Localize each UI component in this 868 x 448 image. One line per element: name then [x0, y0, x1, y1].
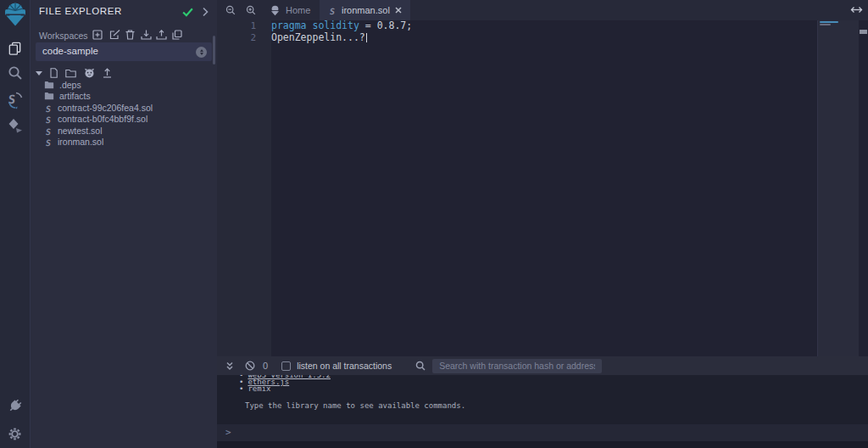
- close-tab-icon[interactable]: [395, 7, 402, 14]
- tab-home[interactable]: Home: [261, 0, 319, 20]
- github-icon[interactable]: [84, 68, 95, 78]
- collapse-caret-icon[interactable]: [36, 71, 42, 76]
- library-list: web3 version 1.5.2 ethers.js remix: [217, 375, 868, 392]
- remix-logo-icon[interactable]: [0, 2, 30, 27]
- solidity-compiler-icon[interactable]: S: [0, 89, 30, 111]
- file-explorer-icon[interactable]: [0, 37, 30, 58]
- file-name: artifacts: [59, 91, 91, 101]
- remix-home-icon: [270, 5, 281, 16]
- editor-tabbar: Home ironman.sol: [217, 0, 868, 20]
- tree-item-file[interactable]: contract-b0fc4bbf9f.sol: [31, 114, 217, 126]
- file-name: ironman.sol: [58, 137, 103, 147]
- tree-item-file[interactable]: newtest.sol: [31, 125, 217, 137]
- code-line-1: pragma solidity = 0.8.7;: [271, 20, 817, 32]
- svg-text:S: S: [8, 92, 16, 106]
- file-name: contract-99c206fea4.sol: [58, 103, 153, 113]
- transaction-count: 0: [263, 361, 268, 371]
- solidity-file-icon: [328, 3, 337, 18]
- zoom-out-icon[interactable]: [225, 5, 236, 15]
- rename-workspace-icon[interactable]: [109, 30, 120, 40]
- collapse-terminal-icon[interactable]: [225, 361, 234, 371]
- listen-checkbox[interactable]: [281, 361, 291, 371]
- file-name: .deps: [59, 80, 81, 90]
- create-workspace-icon[interactable]: [92, 30, 103, 40]
- file-name: newtest.sol: [58, 126, 103, 136]
- file-tree: .deps artifacts contract-99c206fea4.sol …: [31, 79, 217, 148]
- remix-logo: [3, 2, 28, 27]
- panel-scrollbar-thumb[interactable]: [213, 36, 215, 64]
- terminal-panel: 0 listen on all transactions web3 versio…: [217, 356, 868, 448]
- workspace-name: code-sample: [42, 46, 98, 56]
- restore-workspaces-icon[interactable]: [156, 30, 167, 40]
- terminal-prompt[interactable]: >: [217, 424, 868, 441]
- remix-ide-window: S: [0, 0, 868, 448]
- list-item[interactable]: ethers.js: [217, 378, 868, 385]
- panel-title: FILE EXPLORER: [39, 6, 122, 16]
- zoom-in-icon[interactable]: [246, 5, 256, 15]
- editor-scrollbar[interactable]: [859, 20, 868, 356]
- expand-panel-icon[interactable]: [849, 5, 864, 14]
- workspace-dropdown-icon[interactable]: [196, 47, 207, 58]
- code-area[interactable]: pragma solidity = 0.8.7; OpenZeppelin...…: [271, 20, 817, 356]
- minimap[interactable]: [817, 20, 859, 356]
- tab-ironman-sol[interactable]: ironman.sol: [320, 0, 410, 20]
- publish-icon[interactable]: [103, 68, 112, 78]
- file-explorer-panel: FILE EXPLORER Workspaces: [31, 0, 217, 448]
- workspaces-label: Workspaces: [39, 31, 88, 41]
- line-number: 1: [217, 20, 271, 32]
- list-item: remix: [217, 385, 868, 392]
- tree-toolbar: [36, 67, 112, 79]
- plugin-manager-icon[interactable]: [0, 395, 30, 416]
- clear-transactions-icon[interactable]: [245, 361, 255, 371]
- text-cursor: [366, 33, 368, 42]
- clone-repo-icon[interactable]: [172, 30, 182, 40]
- minimap-code-mark: [820, 24, 831, 25]
- terminal-bottom-strip: [217, 441, 868, 448]
- minimap-code-mark: [820, 21, 838, 23]
- tree-item-folder[interactable]: .deps: [31, 79, 217, 91]
- chevron-right-icon[interactable]: [202, 7, 209, 17]
- search-icon: [415, 361, 426, 371]
- listen-label: listen on all transactions: [297, 361, 392, 371]
- tree-item-file[interactable]: ironman.sol: [31, 137, 217, 148]
- transaction-search-input[interactable]: [432, 359, 602, 373]
- new-file-icon[interactable]: [50, 68, 58, 78]
- check-icon: [181, 7, 194, 18]
- tab-label: Home: [286, 5, 310, 15]
- line-number-gutter: 1 2: [217, 20, 271, 356]
- delete-workspace-icon[interactable]: [125, 30, 135, 40]
- file-name: contract-b0fc4bbf9f.sol: [58, 114, 147, 124]
- terminal-help-text: Type the library name to see available c…: [217, 402, 868, 409]
- settings-gear-icon[interactable]: [0, 423, 30, 444]
- tab-label: ironman.sol: [342, 5, 390, 15]
- editor-region: Home ironman.sol 1 2: [217, 0, 868, 356]
- workspace-select[interactable]: code-sample: [36, 42, 212, 61]
- scrollbar-thumb[interactable]: [860, 30, 867, 34]
- line-number: 2: [217, 32, 271, 44]
- search-plugin-icon[interactable]: [0, 63, 30, 83]
- deploy-and-run-icon[interactable]: [0, 115, 30, 136]
- tree-item-folder[interactable]: artifacts: [31, 91, 217, 103]
- download-workspaces-icon[interactable]: [141, 30, 152, 40]
- terminal-toolbar: 0 listen on all transactions: [217, 356, 868, 375]
- activity-bar: S: [0, 0, 31, 448]
- terminal-output[interactable]: web3 version 1.5.2 ethers.js remix Type …: [217, 375, 868, 424]
- tree-item-file[interactable]: contract-99c206fea4.sol: [31, 102, 217, 114]
- code-line-2: OpenZeppelin...?: [271, 32, 817, 44]
- new-folder-icon[interactable]: [65, 69, 76, 78]
